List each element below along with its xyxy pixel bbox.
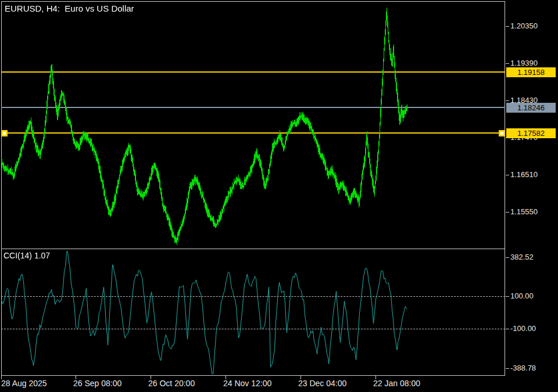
hline-handle-right[interactable] <box>499 130 505 136</box>
time-axis-label: 22 Jan 08:00 <box>373 379 420 388</box>
cci-axis-tick <box>506 329 509 329</box>
cci-axis-tick <box>506 257 509 258</box>
cci-axis-label: -100.00 <box>510 324 536 333</box>
price-badge-gold-lower: 1.17582 <box>506 128 556 138</box>
cci-axis-label: 100.00 <box>510 292 534 300</box>
main-chart-pane[interactable] <box>1 1 505 249</box>
cci-axis-label: 382.52 <box>510 253 534 261</box>
chart-window: EURUSD, H4: Euro vs US Dollar CCI(14) 1.… <box>0 0 558 392</box>
time-axis-label: 28 Aug 2025 <box>1 379 47 388</box>
time-axis-label: 26 Oct 20:00 <box>148 379 195 388</box>
price-axis-tick <box>506 100 509 101</box>
price-badge-bid: 1.18246 <box>506 103 556 113</box>
time-axis-label: 24 Nov 12:00 <box>223 379 271 388</box>
price-axis-label: 1.16510 <box>510 170 538 179</box>
hline-handle-left[interactable] <box>1 130 8 136</box>
price-axis-tick <box>506 175 509 175</box>
price-badge-gold-upper: 1.19158 <box>506 67 556 77</box>
price-axis-tick <box>506 212 509 213</box>
cci-axis-tick <box>506 296 509 297</box>
price-axis-label: 1.19390 <box>510 59 538 67</box>
time-axis-label: 26 Sep 08:00 <box>73 379 121 388</box>
time-axis-label: 23 Dec 04:00 <box>298 379 346 388</box>
indicator-pane[interactable] <box>1 249 505 376</box>
price-axis-label: 1.20350 <box>510 21 538 30</box>
cci-axis-label: -388.78 <box>510 364 536 372</box>
cci-axis-tick <box>506 368 509 369</box>
chart-title: EURUSD, H4: Euro vs US Dollar <box>5 3 134 13</box>
price-axis-tick <box>506 63 509 64</box>
indicator-label: CCI(14) 1.07 <box>3 251 50 260</box>
price-axis-tick <box>506 26 509 27</box>
price-axis-label: 1.15550 <box>510 207 538 216</box>
